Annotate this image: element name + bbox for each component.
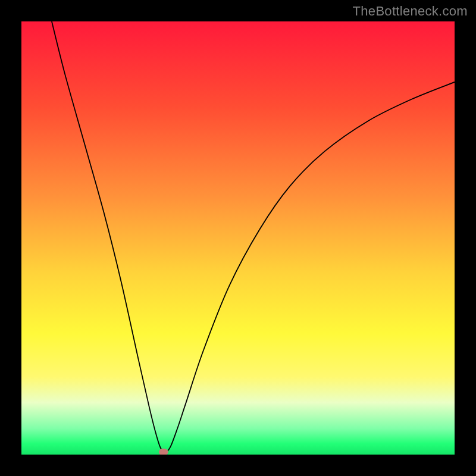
chart-container: TheBottleneck.com — [0, 0, 476, 476]
plot-area — [21, 21, 455, 455]
watermark-text: TheBottleneck.com — [353, 4, 468, 19]
chart-svg — [21, 21, 455, 455]
gradient-background — [21, 21, 455, 455]
